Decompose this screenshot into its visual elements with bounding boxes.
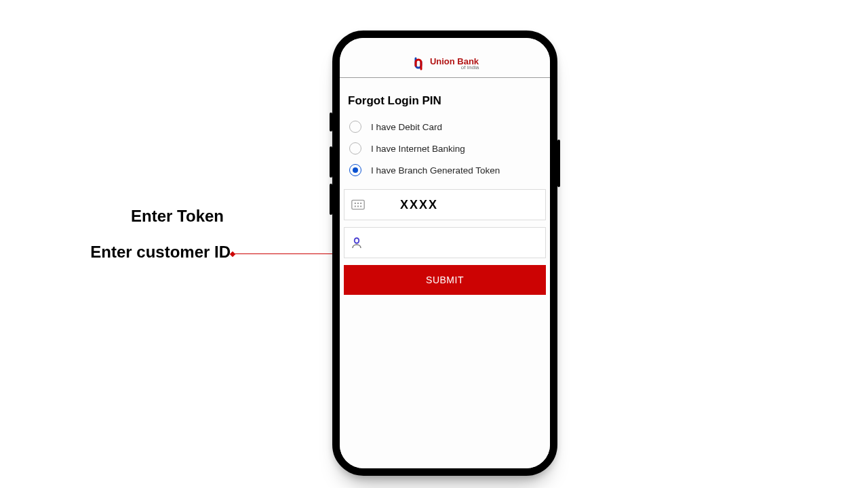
phone-side-button [330,184,332,215]
submit-button[interactable]: SUBMIT [344,265,546,295]
svg-point-1 [355,203,356,204]
union-bank-logo-icon [411,57,426,70]
option-label: I have Internet Banking [371,144,465,154]
option-debit-card[interactable]: I have Debit Card [347,116,547,138]
option-branch-token[interactable]: I have Branch Generated Token [347,159,547,181]
page-title: Forgot Login PIN [340,87,550,116]
radio-icon [349,142,361,155]
option-internet-banking[interactable]: I have Internet Banking [347,138,547,159]
phone-device-frame: Union Bank of India Forgot Login PIN I h… [332,30,557,476]
svg-point-4 [355,205,356,207]
svg-point-2 [357,203,359,204]
customer-id-field[interactable] [344,227,546,258]
auth-method-options: I have Debit Card I have Internet Bankin… [340,116,550,185]
token-keypad-icon [351,199,365,210]
radio-icon [349,121,361,133]
svg-point-5 [357,205,359,207]
svg-rect-0 [352,200,364,209]
option-label: I have Branch Generated Token [371,165,500,176]
phone-screen: Union Bank of India Forgot Login PIN I h… [340,38,550,468]
phone-side-button [557,140,560,187]
svg-point-6 [360,205,361,207]
option-label: I have Debit Card [371,122,442,132]
app-body: Forgot Login PIN I have Debit Card I hav… [340,78,550,295]
annotation-enter-customer-id: Enter customer ID [54,243,231,262]
svg-point-3 [360,203,361,204]
phone-side-button [330,113,332,131]
annotation-enter-token: Enter Token [88,207,224,226]
customer-id-input[interactable] [370,237,538,249]
token-field[interactable] [344,189,546,220]
brand-text: Union Bank of India [430,57,479,70]
token-input[interactable] [373,197,550,213]
phone-side-button [330,146,332,178]
svg-point-8 [355,239,359,242]
radio-icon [349,164,361,176]
app-header: Union Bank of India [340,38,550,78]
fingerprint-user-icon [351,237,362,249]
